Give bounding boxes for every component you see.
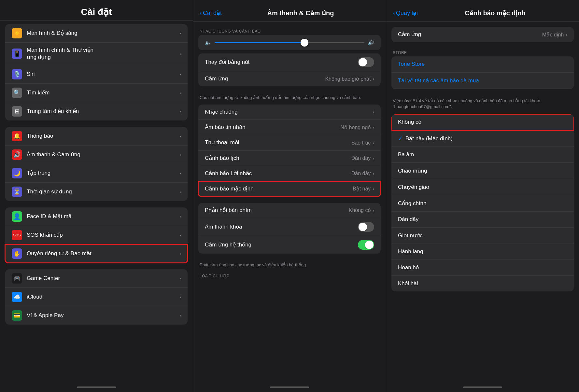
alert-item-cong-chinh[interactable]: Cổng chính [391, 195, 574, 212]
icon-privacy: ✋ [12, 248, 22, 259]
system-haptics-toggle[interactable] [358, 240, 374, 250]
calendar-alert-row[interactable]: Cảnh báo lịch Đàn dây › [198, 151, 381, 166]
settings-item-focus[interactable]: 🌙Tập trung› [5, 164, 188, 183]
chevron-privacy: › [179, 251, 181, 256]
change-by-button-toggle[interactable] [358, 57, 374, 67]
cam-ung-row[interactable]: Cảm ứng Không bao giờ phát › [198, 71, 381, 86]
chevron-focus: › [179, 171, 181, 176]
alert-label-chao-mung: Chào mừng [398, 167, 567, 174]
settings-item-sos[interactable]: SOSSOS khẩn cấp› [5, 226, 188, 245]
alert-item-chuyen-giao[interactable]: Chuyển giao [391, 179, 574, 195]
chevron-left-icon-3: ‹ [393, 10, 395, 17]
settings-item-privacy[interactable]: ✋Quyền riêng tư & Bảo mật› [5, 245, 188, 263]
alert-item-khoi-hai[interactable]: Khôi hài [391, 276, 574, 291]
icon-screen-time: ⏳ [12, 187, 22, 197]
panel3-back-label: Quay lại [396, 9, 418, 17]
sound-haptics-panel: ‹ Cài đặt Âm thanh & Cảm ứng NHẠC CHUÔNG… [193, 0, 386, 392]
change-by-button-label: Thay đổi bằng nút [205, 59, 358, 66]
reminder-alert-row[interactable]: Cảnh báo Lời nhắc Đàn dây › [198, 166, 381, 181]
panel3-back-button[interactable]: ‹ Quay lại [393, 9, 418, 17]
loa-section-label: LOA TÍCH HỢP [193, 272, 386, 280]
volume-note: Các nút âm lượng sẽ không ảnh hưởng đến … [193, 93, 386, 105]
alert-item-chao-mung[interactable]: Chào mừng [391, 163, 574, 179]
ringtone-section-label: NHẠC CHUÔNG VÀ CẢNH BÁO [193, 27, 386, 35]
alert-item-giot-nuoc[interactable]: Giọt nước [391, 228, 574, 244]
label-sos: SOS khẩn cấp [27, 231, 179, 239]
panel2-back-label: Cài đặt [203, 9, 222, 17]
cam-ung-label: Cảm ứng [205, 75, 325, 82]
alert-item-dan-day[interactable]: Đàn dây [391, 212, 574, 228]
icon-sos: SOS [12, 230, 22, 240]
calendar-alert-value: Đàn dây [351, 155, 371, 161]
home-indicator-2 [270, 386, 309, 388]
p3-cam-ung-row[interactable]: Cảm ứng Mặc định › [391, 27, 574, 42]
lock-sound-row[interactable]: Âm thanh khóa [198, 218, 381, 236]
bottom-bar-1 [0, 382, 193, 392]
panel1-header: Cài đặt [0, 0, 193, 21]
settings-item-display[interactable]: ☀️Màn hình & Độ sáng› [5, 24, 188, 43]
settings-item-icloud[interactable]: ☁️iCloud› [5, 288, 188, 306]
icon-search: 🔍 [12, 88, 22, 98]
settings-item-siri[interactable]: 🎙️Siri› [5, 65, 188, 84]
slider-thumb[interactable] [301, 39, 308, 47]
default-alert-row[interactable]: Cảnh báo mặc định Bật này › [198, 181, 381, 196]
message-alert-row[interactable]: Âm báo tin nhắn Nổ bong ngô › [198, 120, 381, 135]
voicemail-row[interactable]: Thư thoại mới Sáo trúc › [198, 135, 381, 150]
volume-slider-row: 🔈 🔊 [198, 35, 381, 50]
ringtone-row[interactable]: Nhạc chuông › [198, 105, 381, 120]
settings-item-notifications[interactable]: 🔔Thông báo› [5, 127, 188, 146]
reminder-alert-label: Cảnh báo Lời nhắc [205, 170, 351, 177]
lock-sound-toggle[interactable] [358, 222, 374, 232]
chevron-left-icon: ‹ [200, 10, 202, 17]
icon-control-center: ⊞ [12, 106, 22, 117]
settings-panel: Cài đặt ☀️Màn hình & Độ sáng›📱Màn hình c… [0, 0, 193, 392]
settings-item-control-center[interactable]: ⊞Trung tâm điều khiển› [5, 102, 188, 120]
alert-item-none[interactable]: Không có [391, 114, 574, 130]
default-alert-value: Bật này [353, 186, 371, 192]
icon-sounds: 🔊 [12, 149, 22, 160]
label-home-screen: Màn hình chính & Thư viện ứng dụng [27, 47, 179, 61]
icon-siri: 🎙️ [12, 69, 22, 79]
chevron-control-center: › [179, 109, 181, 114]
settings-item-wallet[interactable]: 💳Ví & Apple Pay› [5, 306, 188, 325]
download-row[interactable]: Tải về tất cả các âm báo đã mua [391, 72, 574, 89]
tone-store-row[interactable]: Tone Store [391, 56, 574, 72]
ringtone-chevron: › [373, 109, 374, 115]
chevron-sounds: › [179, 152, 181, 157]
alert-label-hoan-ho: Hoan hô [398, 264, 567, 271]
chevron-sos: › [179, 232, 181, 238]
chevron-home-screen: › [179, 51, 181, 56]
settings-item-screen-time[interactable]: ⏳Thời gian sử dụng› [5, 183, 188, 201]
icon-wallet: 💳 [12, 310, 22, 321]
settings-item-sounds[interactable]: 🔊Âm thanh & Cảm ứng› [5, 146, 188, 164]
volume-slider[interactable] [215, 42, 364, 43]
label-icloud: iCloud [27, 293, 179, 301]
alert-label-khoi-hai: Khôi hài [398, 280, 567, 287]
settings-item-game-center[interactable]: 🎮Game Center› [5, 269, 188, 288]
chevron-screen-time: › [179, 189, 181, 194]
panel2-list: NHẠC CHUÔNG VÀ CẢNH BÁO 🔈 🔊 Thay đổi bằn… [193, 22, 386, 382]
default-alert-label: Cảnh báo mặc định [205, 185, 353, 192]
cam-ung-value: Không bao giờ phát [325, 76, 371, 82]
message-alert-value: Nổ bong ngô [341, 124, 371, 131]
label-control-center: Trung tâm điều khiển [27, 108, 179, 115]
chevron-siri: › [179, 72, 181, 77]
change-by-button-row[interactable]: Thay đổi bằng nút [198, 53, 381, 71]
settings-item-home-screen[interactable]: 📱Màn hình chính & Thư viện ứng dụng› [5, 43, 188, 65]
keyboard-feedback-row[interactable]: Phản hồi bàn phím Không có › [198, 203, 381, 218]
settings-item-search[interactable]: 🔍Tìm kiếm› [5, 84, 188, 102]
voicemail-value: Sáo trúc [351, 140, 371, 146]
system-haptics-row[interactable]: Cảm ứng hệ thống [198, 236, 381, 254]
settings-item-face-id[interactable]: 👤Face ID & Mật mã› [5, 207, 188, 226]
panel2-back-button[interactable]: ‹ Cài đặt [200, 9, 222, 17]
alert-label-giot-nuoc: Giọt nước [398, 232, 567, 239]
alert-label-cong-chinh: Cổng chính [398, 200, 567, 207]
alert-label-dan-day: Đàn dây [398, 216, 567, 223]
panel3-list: Cảm ứng Mặc định › STORE Tone Store Tải … [386, 22, 579, 382]
alert-item-hanh-lang[interactable]: Hành lang [391, 244, 574, 260]
alert-item-bat-nay[interactable]: ✓Bật này (Mặc định) [391, 130, 574, 147]
alert-item-hoan-ho[interactable]: Hoan hô [391, 260, 574, 276]
alert-item-ba-am[interactable]: Ba âm [391, 147, 574, 163]
label-focus: Tập trung [27, 170, 179, 177]
download-label: Tải về tất cả các âm báo đã mua [398, 77, 479, 84]
